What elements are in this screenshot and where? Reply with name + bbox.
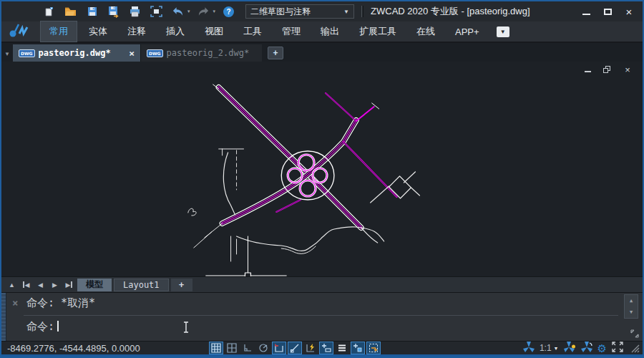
ribbon-tab-express[interactable]: 扩展工具 — [351, 21, 405, 42]
snap-mode-toggle-icon[interactable] — [225, 342, 239, 354]
settings-gear-icon[interactable]: ⚙ — [597, 343, 607, 354]
window-title: ZWCAD 2020 专业版 - [pasteorig.dwg] — [371, 5, 530, 18]
layout-tab-bar: ▲ ◀ ◀ ▶ ▶ 模型 Layout1 + — [1, 276, 643, 292]
save-as-icon[interactable] — [107, 6, 119, 18]
ribbon-tab-view[interactable]: 视图 — [196, 21, 232, 42]
ribbon-tab-insert[interactable]: 插入 — [157, 21, 193, 42]
doc-tab-label: pasteorig_2.dwg* — [167, 48, 250, 58]
model-space-canvas[interactable]: × — [1, 62, 643, 276]
ribbon-tab-output[interactable]: 输出 — [312, 21, 348, 42]
command-divider — [24, 315, 618, 316]
doc-tab-close-icon[interactable]: × — [129, 48, 135, 59]
scroll-down-icon: ▼ — [625, 306, 638, 318]
command-close-icon[interactable]: × — [12, 297, 18, 309]
doc-tab-pasteorig[interactable]: DWG pasteorig.dwg* × — [13, 44, 140, 62]
cad-drawing-interchange — [1, 62, 643, 276]
ribbon-tab-manage[interactable]: 管理 — [273, 21, 309, 42]
scale-value: 1:1 — [540, 343, 552, 353]
status-bar: -8469.2776, -4544.4895, 0.0000 — [1, 341, 643, 357]
annotation-scale-selector[interactable]: 1:1 ▼ — [540, 343, 559, 353]
polar-tracking-toggle-icon[interactable] — [256, 342, 270, 354]
help-icon[interactable]: ? — [223, 6, 235, 18]
scroll-up-icon: ▲ — [625, 295, 638, 306]
ibeam-mouse-cursor — [182, 321, 190, 336]
object-snap-toggle-icon[interactable] — [272, 342, 286, 354]
crosshair-cursor — [206, 236, 286, 276]
maximize-button[interactable] — [601, 6, 614, 17]
redo-icon[interactable] — [197, 6, 210, 18]
close-button[interactable]: × — [623, 6, 635, 17]
undo-icon[interactable] — [172, 6, 184, 18]
fullscreen-icon[interactable] — [612, 342, 623, 355]
ribbon-tab-annotate[interactable]: 注释 — [119, 21, 155, 42]
new-file-icon[interactable] — [43, 6, 55, 18]
first-layout-icon[interactable]: ◀ — [20, 279, 32, 291]
command-scrollbar[interactable]: ▲ ▼ — [624, 294, 638, 319]
dynamic-input-toggle-icon[interactable] — [303, 342, 318, 354]
object-snap-tracking-toggle-icon[interactable] — [288, 342, 302, 354]
last-layout-icon[interactable]: ▶ — [63, 279, 75, 291]
command-resize-grip[interactable] — [630, 329, 640, 339]
dwg-file-icon: DWG — [147, 49, 163, 57]
ribbon-tab-app[interactable]: APP+ — [447, 23, 488, 41]
redo-dropdown-icon[interactable]: ▾ — [213, 9, 216, 14]
save-icon[interactable] — [86, 6, 98, 18]
annotation-autoscale-icon[interactable] — [581, 342, 592, 355]
zwcad-window: ▾ ▾ ? 二维草图与注释 ▼ ZWCAD 2020 专业版 - [pasteo… — [0, 0, 644, 358]
layout-menu-up-icon[interactable]: ▲ — [6, 279, 18, 291]
minimize-button[interactable] — [580, 6, 592, 17]
doc-restore-icon[interactable] — [602, 65, 613, 74]
command-prompt[interactable]: 命令: — [26, 320, 59, 334]
ribbon-tab-solid[interactable]: 实体 — [80, 21, 116, 42]
plot-icon[interactable] — [129, 6, 141, 18]
tab-model[interactable]: 模型 — [77, 279, 112, 291]
workspace-selector[interactable]: 二维草图与注释 ▼ — [245, 4, 354, 19]
annotation-scale-sync-toggle-icon[interactable] — [366, 342, 381, 354]
scale-dropdown-icon: ▼ — [554, 346, 559, 351]
command-dock-handle[interactable] — [1, 293, 6, 341]
coordinate-readout: -8469.2776, -4544.4895, 0.0000 — [7, 343, 209, 354]
ribbon-tab-online[interactable]: 在线 — [408, 21, 444, 42]
document-tab-bar: ▼ DWG pasteorig.dwg* × DWG pasteorig_2.d… — [1, 43, 643, 62]
zwcad-logo-icon[interactable] — [1, 21, 39, 42]
doc-close-icon[interactable]: × — [623, 65, 633, 74]
undo-dropdown-icon[interactable]: ▾ — [187, 9, 190, 14]
prev-layout-icon[interactable]: ◀ — [34, 279, 47, 291]
annotation-auto-scale-toggle-icon[interactable] — [351, 342, 365, 354]
ribbon-collapse-icon[interactable]: ▼ — [497, 26, 509, 37]
command-history-line: 命令: *取消* — [26, 296, 95, 310]
lineweight-display-toggle-icon[interactable] — [335, 342, 349, 354]
ribbon-tab-tools[interactable]: 工具 — [235, 21, 270, 42]
toolbar-separator — [361, 6, 362, 17]
new-layout-button[interactable]: + — [171, 279, 192, 291]
doc-tab-label: pasteorig.dwg* — [39, 48, 111, 58]
title-bar: ▾ ▾ ? 二维草图与注释 ▼ ZWCAD 2020 专业版 - [pasteo… — [1, 1, 643, 21]
open-folder-icon[interactable] — [64, 6, 77, 18]
annotation-scale-icon[interactable] — [523, 342, 535, 355]
command-window[interactable]: × 命令: *取消* 命令: ▲ ▼ — [1, 292, 643, 341]
text-caret — [57, 321, 59, 332]
plot-preview-icon[interactable] — [150, 6, 162, 18]
grid-display-toggle-icon[interactable] — [209, 342, 223, 354]
doc-tab-pasteorig-2[interactable]: DWG pasteorig_2.dwg* — [140, 44, 262, 62]
workspace-dropdown-icon: ▼ — [343, 9, 349, 15]
doc-minimize-icon[interactable] — [582, 65, 592, 74]
doc-tab-list-icon[interactable]: ▼ — [1, 46, 13, 62]
annotation-visibility-icon[interactable] — [564, 342, 576, 355]
workspace-label: 二维草图与注释 — [250, 6, 343, 18]
next-layout-icon[interactable]: ▶ — [49, 279, 61, 291]
ribbon-tab-home[interactable]: 常用 — [40, 21, 77, 42]
tab-layout1[interactable]: Layout1 — [114, 279, 169, 291]
dwg-file-icon: DWG — [19, 49, 35, 57]
ortho-mode-toggle-icon[interactable] — [240, 342, 255, 354]
new-doc-tab-button[interactable]: + — [268, 47, 283, 59]
ribbon-tab-bar: 常用 实体 注释 插入 视图 工具 管理 输出 扩展工具 在线 APP+ ▼ — [1, 21, 643, 43]
lineweight-toggle-icon[interactable] — [319, 342, 333, 354]
window-resize-grip[interactable] — [630, 343, 640, 353]
